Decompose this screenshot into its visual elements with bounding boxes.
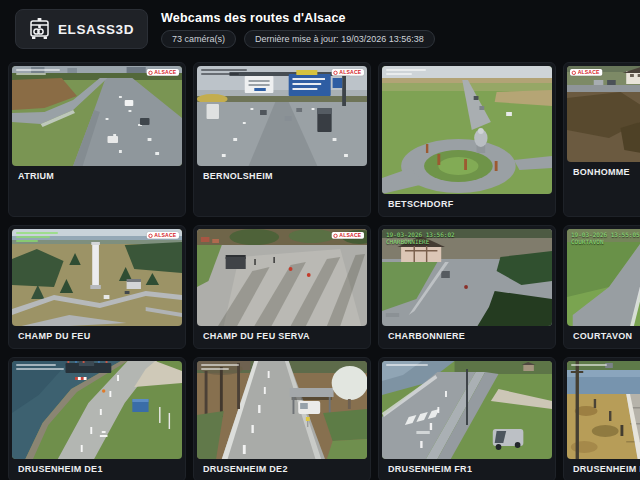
webcam-image-drusenheim-fr2	[567, 361, 640, 459]
timestamp-overlay	[386, 69, 426, 75]
webcam-label: BETSCHDORF	[382, 194, 552, 216]
webcam-card-betschdorf[interactable]: BETSCHDORF	[378, 62, 556, 217]
app-header: ELSASS3D Webcams des routes d'Alsace 73 …	[0, 0, 640, 58]
webcam-image-champ-du-feu-serva: ALSACE	[197, 229, 367, 326]
timestamp-overlay	[16, 364, 64, 370]
timestamp-overlay	[16, 69, 60, 75]
webcam-card-charbonniere[interactable]: 19-03-2026 13:56:02 CHARBONNIERE CHARBON…	[378, 225, 556, 349]
webcam-label: DRUSENHEIM DE1	[12, 459, 182, 480]
webcam-card-courtavon[interactable]: 19-03-2026 13:55:05 COURTAVON COURTAVON	[563, 225, 640, 349]
webcam-image-courtavon: 19-03-2026 13:55:05 COURTAVON	[567, 229, 640, 326]
webcam-label: DRUSENHEIM FR2	[567, 459, 640, 480]
webcam-card-drusenheim-fr1[interactable]: DRUSENHEIM FR1	[378, 357, 556, 480]
webcam-card-atrium[interactable]: ALSACE ATRIUM	[8, 62, 186, 217]
webcam-grid: ALSACE ATRIUM	[8, 62, 640, 480]
timestamp-overlay	[386, 364, 428, 366]
webcam-label: CHAMP DU FEU	[12, 326, 182, 348]
webcam-card-champ-du-feu-serva[interactable]: ALSACE CHAMP DU FEU SERVA	[193, 225, 371, 349]
webcam-label: CHAMP DU FEU SERVA	[197, 326, 367, 348]
app-logo[interactable]: ELSASS3D	[15, 9, 148, 49]
webcam-card-champ-du-feu[interactable]: ALSACE CHAMP DU FEU	[8, 225, 186, 349]
alsace-badge: ALSACE	[332, 232, 364, 239]
timestamp-overlay	[571, 364, 607, 366]
webcam-image-bernolsheim: ALSACE	[197, 66, 367, 166]
timestamp-overlay	[201, 69, 247, 75]
timestamp-overlay: 19-03-2026 13:56:02 CHARBONNIERE	[386, 231, 455, 245]
page-title: Webcams des routes d'Alsace	[161, 11, 435, 25]
alsace-logo-icon	[149, 233, 153, 237]
webcam-card-bernolsheim[interactable]: ALSACE BERNOLSHEIM	[193, 62, 371, 217]
alsace-badge: ALSACE	[332, 69, 364, 76]
webcam-image-charbonniere: 19-03-2026 13:56:02 CHARBONNIERE	[382, 229, 552, 326]
timestamp-overlay	[16, 232, 58, 242]
webcam-image-drusenheim-de1	[12, 361, 182, 459]
webcam-label: COURTAVON	[567, 326, 640, 348]
webcam-image-drusenheim-de2	[197, 361, 367, 459]
webcam-card-drusenheim-de2[interactable]: DRUSENHEIM DE2	[193, 357, 371, 480]
webcam-label: ATRIUM	[12, 166, 182, 188]
webcam-label: BERNOLSHEIM	[197, 166, 367, 188]
webcam-image-drusenheim-fr1	[382, 361, 552, 459]
webcam-card-bonhomme[interactable]: ALSACE BONHOMME	[563, 62, 640, 217]
webcam-label: CHARBONNIERE	[382, 326, 552, 348]
logo-text: ELSASS3D	[58, 22, 134, 37]
timestamp-overlay: 19-03-2026 13:55:05 COURTAVON	[571, 231, 640, 245]
alsace-badge: ALSACE	[147, 232, 179, 239]
last-update-badge: Dernière mise à jour: 19/03/2026 13:56:3…	[244, 30, 435, 48]
webcam-image-betschdorf	[382, 66, 552, 194]
webcam-label: DRUSENHEIM FR1	[382, 459, 552, 480]
timestamp-overlay	[201, 364, 239, 370]
printer-3d-icon	[29, 17, 50, 41]
alsace-logo-icon	[572, 70, 576, 74]
webcam-image-champ-du-feu: ALSACE	[12, 229, 182, 326]
alsace-logo-icon	[149, 70, 153, 74]
webcam-label: BONHOMME	[567, 162, 640, 184]
alsace-badge: ALSACE	[147, 69, 179, 76]
camera-count-badge: 73 caméra(s)	[161, 30, 236, 48]
webcam-image-bonhomme: ALSACE	[567, 66, 640, 162]
webcam-card-drusenheim-de1[interactable]: DRUSENHEIM DE1	[8, 357, 186, 480]
alsace-logo-icon	[334, 70, 338, 74]
webcam-card-drusenheim-fr2[interactable]: DRUSENHEIM FR2	[563, 357, 640, 480]
webcam-image-atrium: ALSACE	[12, 66, 182, 166]
webcam-label: DRUSENHEIM DE2	[197, 459, 367, 480]
alsace-logo-icon	[334, 233, 338, 237]
alsace-badge: ALSACE	[570, 69, 602, 76]
